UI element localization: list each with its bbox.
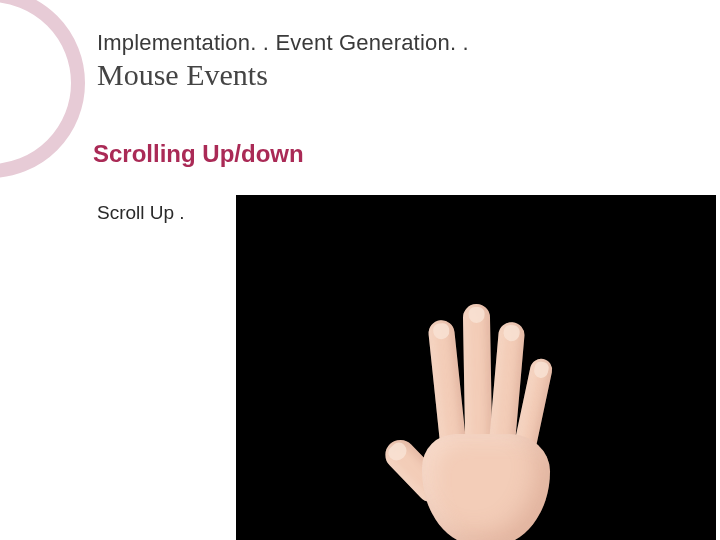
- index-finger: [427, 319, 466, 451]
- body-text: Scroll Up .: [97, 202, 185, 224]
- page-title: Mouse Events: [97, 58, 268, 92]
- palm: [422, 434, 550, 540]
- hand-icon: [360, 308, 600, 540]
- section-subtitle: Scrolling Up/down: [93, 140, 304, 168]
- gesture-media-frame: [236, 195, 716, 540]
- middle-finger: [463, 304, 492, 446]
- breadcrumb: Implementation. . Event Generation. .: [97, 30, 469, 56]
- decorative-ring: [0, 0, 85, 178]
